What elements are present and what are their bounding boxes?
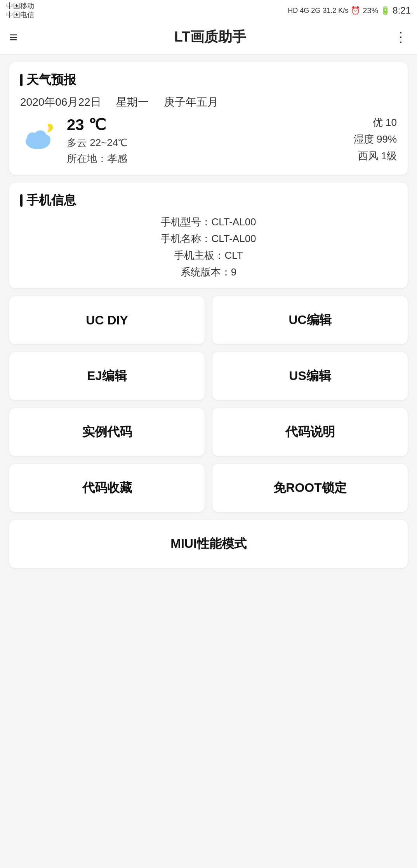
weather-cloud-moon-icon xyxy=(22,118,57,153)
app-title: LT画质助手 xyxy=(27,28,394,47)
phone-name: 手机名称：CLT-AL00 xyxy=(20,232,397,246)
menu-button[interactable]: ≡ xyxy=(9,30,17,44)
phone-info-title: 手机信息 xyxy=(20,192,397,209)
weather-card: 天气预报 2020年06月22日 星期一 庚子年五月 xyxy=(9,62,408,175)
example-code-button[interactable]: 实例代码 xyxy=(9,408,205,456)
uc-edit-button[interactable]: UC编辑 xyxy=(212,296,408,344)
us-edit-button[interactable]: US编辑 xyxy=(212,352,408,400)
uc-diy-button[interactable]: UC DIY xyxy=(9,296,205,344)
weather-details-left: 23 ℃ 多云 22~24℃ 所在地：孝感 xyxy=(67,116,346,166)
phone-model: 手机型号：CLT-AL00 xyxy=(20,215,397,229)
weather-lunar: 庚子年五月 xyxy=(164,96,218,108)
more-options-button[interactable]: ⋮ xyxy=(394,29,408,45)
weather-date: 2020年06月22日 xyxy=(20,96,101,108)
phone-board: 手机主板：CLT xyxy=(20,249,397,262)
phone-system-version: 系统版本：9 xyxy=(20,265,397,279)
weather-wind: 西风 1级 xyxy=(354,149,397,163)
no-root-lock-button[interactable]: 免ROOT锁定 xyxy=(212,464,408,512)
weather-details-right: 优 10 湿度 99% 西风 1级 xyxy=(354,116,397,163)
speed-info: 31.2 K/s xyxy=(323,7,348,15)
phone-info-card: 手机信息 手机型号：CLT-AL00 手机名称：CLT-AL00 手机主板：CL… xyxy=(9,183,408,288)
carrier1-label: 中国移动 xyxy=(6,2,34,10)
main-content: 天气预报 2020年06月22日 星期一 庚子年五月 xyxy=(0,54,417,576)
weather-title: 天气预报 xyxy=(20,71,397,89)
weather-temperature: 23 ℃ xyxy=(67,116,346,134)
weather-location: 所在地：孝感 xyxy=(67,152,346,166)
app-bar: ≡ LT画质助手 ⋮ xyxy=(0,20,417,54)
weather-humidity: 湿度 99% xyxy=(354,132,397,146)
carrier2-label: 中国电信 xyxy=(6,10,34,19)
alarm-icon: ⏰ xyxy=(351,6,360,15)
weather-date-row: 2020年06月22日 星期一 庚子年五月 xyxy=(20,95,397,110)
weather-icon-container xyxy=(20,116,59,155)
time-label: 8:21 xyxy=(393,5,411,16)
status-bar-right: HD 4G 2G 31.2 K/s ⏰ 23% 🔋 8:21 xyxy=(288,5,411,16)
code-desc-button[interactable]: 代码说明 xyxy=(212,408,408,456)
battery-label: 23% xyxy=(363,6,378,15)
weather-main-section: 23 ℃ 多云 22~24℃ 所在地：孝感 优 10 湿度 99% 西风 1级 xyxy=(20,116,397,166)
battery-icon: 🔋 xyxy=(381,6,390,15)
phone-info-list: 手机型号：CLT-AL00 手机名称：CLT-AL00 手机主板：CLT 系统版… xyxy=(20,215,397,279)
weather-air-quality: 优 10 xyxy=(354,116,397,129)
code-bookmark-button[interactable]: 代码收藏 xyxy=(9,464,205,512)
network-info: HD 4G 2G xyxy=(288,7,320,15)
svg-point-3 xyxy=(42,135,50,144)
weather-description: 多云 22~24℃ xyxy=(67,136,346,150)
action-buttons-grid: UC DIYUC编辑EJ编辑US编辑实例代码代码说明代码收藏免ROOT锁定MIU… xyxy=(9,296,408,568)
status-bar: 中国移动 中国电信 HD 4G 2G 31.2 K/s ⏰ 23% 🔋 8:21 xyxy=(0,0,417,20)
weather-weekday: 星期一 xyxy=(116,96,149,108)
carrier-info: 中国移动 中国电信 xyxy=(6,2,34,20)
miui-performance-button[interactable]: MIUI性能模式 xyxy=(9,520,408,568)
ej-edit-button[interactable]: EJ编辑 xyxy=(9,352,205,400)
